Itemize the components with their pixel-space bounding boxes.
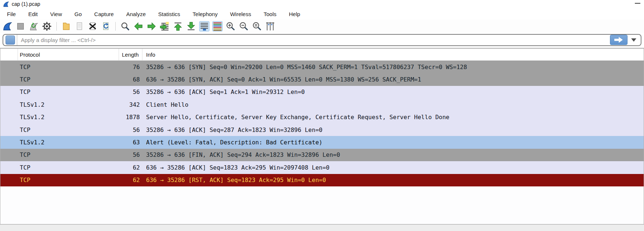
save-file-icon[interactable] — [74, 21, 85, 31]
packet-row[interactable]: TCP 76 35286 → 636 [SYN] Seq=0 Win=29200… — [0, 61, 644, 73]
packet-info: 636 → 35286 [ACK] Seq=1823 Ack=295 Win=2… — [142, 164, 644, 171]
packet-length: 68 — [119, 76, 142, 83]
go-back-icon[interactable] — [133, 21, 144, 31]
packet-info: 35286 → 636 [ACK] Seq=1 Ack=1 Win=29312 … — [142, 88, 644, 95]
packet-rows: TCP 76 35286 → 636 [SYN] Seq=0 Win=29200… — [0, 61, 644, 186]
title-bar: cap (1).pcap — [0, 0, 644, 8]
packet-protocol: TCP — [18, 64, 119, 71]
packet-length: 56 — [119, 88, 142, 95]
main-toolbar — [0, 20, 644, 33]
packet-info: 35286 → 636 [FIN, ACK] Seq=294 Ack=1823 … — [142, 151, 644, 158]
packet-info: 35286 → 636 [ACK] Seq=287 Ack=1823 Win=3… — [142, 126, 644, 133]
packet-length: 63 — [119, 139, 142, 146]
window-title: cap (1).pcap — [12, 1, 40, 7]
apply-filter-button[interactable] — [610, 35, 628, 45]
filter-dropdown-caret[interactable] — [631, 38, 636, 42]
zoom-original-icon[interactable] — [252, 21, 262, 31]
capture-options-icon[interactable] — [42, 21, 52, 31]
menu-item-edit[interactable]: Edit — [22, 9, 44, 19]
menu-item-help[interactable]: Help — [283, 9, 306, 19]
packet-row[interactable]: TCP 62 636 → 35286 [ACK] Seq=1823 Ack=29… — [0, 161, 644, 174]
packet-row[interactable]: TCP 68 636 → 35286 [SYN, ACK] Seq=0 Ack=… — [0, 73, 644, 86]
menu-item-analyze[interactable]: Analyze — [120, 9, 152, 19]
go-last-packet-icon[interactable] — [186, 21, 196, 31]
go-forward-icon[interactable] — [146, 21, 157, 31]
resize-columns-icon[interactable] — [265, 21, 275, 31]
packet-protocol: TCP — [18, 177, 119, 183]
menu-item-tools[interactable]: Tools — [257, 9, 283, 19]
packet-protocol: TCP — [18, 76, 119, 83]
filter-bar — [0, 33, 644, 47]
packet-length: 56 — [119, 151, 142, 158]
go-first-packet-icon[interactable] — [173, 21, 183, 31]
menu-item-statistics[interactable]: Statistics — [152, 9, 186, 19]
packet-row[interactable]: TLSv1.2 63 Alert (Level: Fatal, Descript… — [0, 136, 644, 148]
menu-item-file[interactable]: File — [1, 9, 22, 19]
column-header-protocol[interactable]: Protocol — [18, 49, 119, 60]
packet-list-empty-area — [0, 186, 644, 224]
bottom-strip — [0, 224, 644, 231]
packet-info: 35286 → 636 [SYN] Seq=0 Win=29200 Len=0 … — [142, 64, 644, 71]
go-to-packet-icon[interactable] — [160, 21, 170, 31]
packet-info: Client Hello — [142, 101, 644, 108]
column-header-number[interactable] — [0, 49, 18, 60]
menu-item-view[interactable]: View — [44, 9, 68, 19]
packet-protocol: TLSv1.2 — [18, 139, 119, 146]
menu-item-go[interactable]: Go — [68, 9, 88, 19]
display-filter-input[interactable] — [17, 37, 610, 43]
minimize-button[interactable] — [635, 3, 640, 4]
wireshark-window: cap (1).pcap FileEditViewGoCaptureAnalyz… — [0, 0, 644, 231]
packet-row[interactable]: TCP 56 35286 → 636 [ACK] Seq=1 Ack=1 Win… — [0, 86, 644, 98]
packet-info: Server Hello, Certificate, Server Key Ex… — [142, 114, 644, 121]
packet-row[interactable]: TCP 56 35286 → 636 [FIN, ACK] Seq=294 Ac… — [0, 149, 644, 161]
reload-file-icon[interactable] — [101, 21, 111, 31]
packet-protocol: TLSv1.2 — [18, 114, 119, 121]
find-packet-icon[interactable] — [120, 21, 130, 31]
menu-item-telephony[interactable]: Telephony — [186, 9, 224, 19]
packet-row[interactable]: TCP 56 35286 → 636 [ACK] Seq=287 Ack=182… — [0, 124, 644, 136]
colorize-packets-toggle[interactable] — [212, 21, 223, 31]
restart-capture-icon[interactable] — [29, 21, 39, 31]
zoom-out-icon[interactable] — [239, 21, 249, 31]
packet-protocol: TCP — [18, 164, 119, 171]
packet-list: Protocol Length Info TCP 76 35286 → 636 … — [0, 48, 644, 224]
packet-length: 342 — [119, 101, 142, 108]
packet-length: 62 — [119, 177, 142, 183]
packet-info: 636 → 35286 [SYN, ACK] Seq=0 Ack=1 Win=6… — [142, 76, 644, 83]
zoom-in-icon[interactable] — [226, 21, 236, 31]
display-filter-box — [3, 34, 641, 46]
packet-info: Alert (Level: Fatal, Description: Bad Ce… — [142, 139, 644, 146]
packet-row[interactable]: TCP 62 636 → 35286 [RST, ACK] Seq=1823 A… — [0, 174, 644, 186]
packet-row[interactable]: TLSv1.2 1878 Server Hello, Certificate, … — [0, 111, 644, 124]
packet-protocol: TCP — [18, 151, 119, 158]
packet-length: 62 — [119, 164, 142, 171]
packet-length: 76 — [119, 64, 142, 71]
column-header-info[interactable]: Info — [142, 49, 644, 60]
toolbar-separator — [56, 22, 57, 31]
packet-info: 636 → 35286 [RST, ACK] Seq=1823 Ack=295 … — [142, 177, 644, 183]
start-capture-icon[interactable] — [2, 21, 12, 31]
close-file-icon[interactable] — [88, 21, 98, 31]
auto-scroll-toggle[interactable] — [199, 21, 209, 31]
toolbar-separator — [115, 22, 116, 31]
packet-length: 56 — [119, 126, 142, 133]
packet-list-header: Protocol Length Info — [0, 49, 644, 61]
menu-item-wireless[interactable]: Wireless — [224, 9, 257, 19]
packet-protocol: TCP — [18, 88, 119, 95]
wireshark-logo-icon — [3, 1, 9, 7]
packet-row[interactable]: TLSv1.2 342 Client Hello — [0, 98, 644, 111]
packet-length: 1878 — [119, 114, 142, 121]
menu-item-capture[interactable]: Capture — [88, 9, 120, 19]
open-file-icon[interactable] — [61, 21, 71, 31]
packet-protocol: TLSv1.2 — [18, 101, 119, 108]
filter-bookmark-icon[interactable] — [5, 35, 15, 45]
menu-bar: FileEditViewGoCaptureAnalyzeStatisticsTe… — [0, 8, 644, 20]
packet-protocol: TCP — [18, 126, 119, 133]
column-header-length[interactable]: Length — [119, 49, 142, 60]
stop-capture-icon[interactable] — [15, 21, 26, 31]
